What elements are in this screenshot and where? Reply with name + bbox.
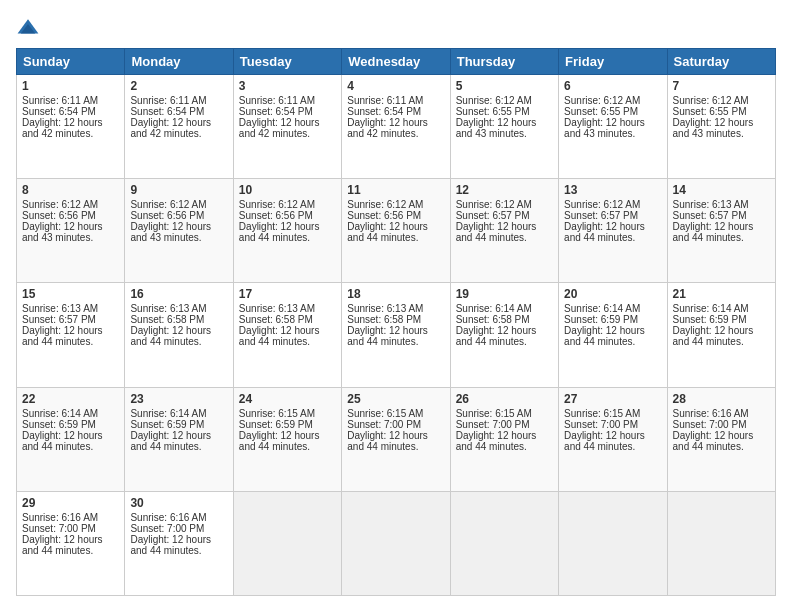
calendar-cell: 2Sunrise: 6:11 AMSunset: 6:54 PMDaylight…: [125, 75, 233, 179]
day-number: 10: [239, 183, 336, 197]
calendar-cell: [667, 491, 775, 595]
day-number: 25: [347, 392, 444, 406]
calendar-cell: 7Sunrise: 6:12 AMSunset: 6:55 PMDaylight…: [667, 75, 775, 179]
day-number: 6: [564, 79, 661, 93]
daylight-minutes: and 44 minutes.: [673, 441, 744, 452]
daylight-minutes: and 44 minutes.: [347, 336, 418, 347]
daylight-hours: Daylight: 12 hours: [673, 117, 754, 128]
sunrise-text: Sunrise: 6:16 AM: [673, 408, 749, 419]
calendar-cell: 1Sunrise: 6:11 AMSunset: 6:54 PMDaylight…: [17, 75, 125, 179]
calendar-cell: 17Sunrise: 6:13 AMSunset: 6:58 PMDayligh…: [233, 283, 341, 387]
calendar-cell: 23Sunrise: 6:14 AMSunset: 6:59 PMDayligh…: [125, 387, 233, 491]
sunrise-text: Sunrise: 6:15 AM: [347, 408, 423, 419]
col-header-sunday: Sunday: [17, 49, 125, 75]
daylight-hours: Daylight: 12 hours: [564, 117, 645, 128]
calendar-cell: 8Sunrise: 6:12 AMSunset: 6:56 PMDaylight…: [17, 179, 125, 283]
daylight-minutes: and 43 minutes.: [456, 128, 527, 139]
day-number: 4: [347, 79, 444, 93]
daylight-minutes: and 44 minutes.: [130, 336, 201, 347]
daylight-minutes: and 44 minutes.: [673, 336, 744, 347]
sunrise-text: Sunrise: 6:15 AM: [564, 408, 640, 419]
calendar-week-2: 8Sunrise: 6:12 AMSunset: 6:56 PMDaylight…: [17, 179, 776, 283]
daylight-hours: Daylight: 12 hours: [347, 430, 428, 441]
daylight-minutes: and 44 minutes.: [22, 336, 93, 347]
daylight-minutes: and 44 minutes.: [456, 232, 527, 243]
day-number: 23: [130, 392, 227, 406]
calendar-cell: [233, 491, 341, 595]
sunrise-text: Sunrise: 6:12 AM: [239, 199, 315, 210]
sunrise-text: Sunrise: 6:16 AM: [130, 512, 206, 523]
day-number: 5: [456, 79, 553, 93]
calendar-cell: 18Sunrise: 6:13 AMSunset: 6:58 PMDayligh…: [342, 283, 450, 387]
daylight-hours: Daylight: 12 hours: [456, 325, 537, 336]
day-number: 26: [456, 392, 553, 406]
daylight-hours: Daylight: 12 hours: [22, 117, 103, 128]
daylight-minutes: and 44 minutes.: [130, 545, 201, 556]
daylight-minutes: and 42 minutes.: [347, 128, 418, 139]
calendar-cell: 14Sunrise: 6:13 AMSunset: 6:57 PMDayligh…: [667, 179, 775, 283]
sunset-text: Sunset: 7:00 PM: [564, 419, 638, 430]
daylight-minutes: and 44 minutes.: [564, 441, 635, 452]
sunset-text: Sunset: 6:55 PM: [456, 106, 530, 117]
col-header-thursday: Thursday: [450, 49, 558, 75]
daylight-minutes: and 44 minutes.: [22, 545, 93, 556]
sunrise-text: Sunrise: 6:14 AM: [130, 408, 206, 419]
daylight-hours: Daylight: 12 hours: [130, 534, 211, 545]
day-number: 21: [673, 287, 770, 301]
calendar-table: SundayMondayTuesdayWednesdayThursdayFrid…: [16, 48, 776, 596]
sunset-text: Sunset: 6:55 PM: [564, 106, 638, 117]
day-number: 9: [130, 183, 227, 197]
sunset-text: Sunset: 6:54 PM: [347, 106, 421, 117]
sunset-text: Sunset: 6:57 PM: [22, 314, 96, 325]
sunrise-text: Sunrise: 6:13 AM: [22, 303, 98, 314]
daylight-hours: Daylight: 12 hours: [22, 430, 103, 441]
daylight-minutes: and 44 minutes.: [347, 232, 418, 243]
header: [16, 16, 776, 40]
calendar-cell: 21Sunrise: 6:14 AMSunset: 6:59 PMDayligh…: [667, 283, 775, 387]
daylight-hours: Daylight: 12 hours: [347, 221, 428, 232]
calendar-cell: 4Sunrise: 6:11 AMSunset: 6:54 PMDaylight…: [342, 75, 450, 179]
day-number: 29: [22, 496, 119, 510]
sunrise-text: Sunrise: 6:14 AM: [564, 303, 640, 314]
daylight-minutes: and 44 minutes.: [239, 232, 310, 243]
sunrise-text: Sunrise: 6:11 AM: [22, 95, 98, 106]
sunset-text: Sunset: 6:59 PM: [130, 419, 204, 430]
sunset-text: Sunset: 6:56 PM: [239, 210, 313, 221]
daylight-hours: Daylight: 12 hours: [456, 117, 537, 128]
calendar-body: 1Sunrise: 6:11 AMSunset: 6:54 PMDaylight…: [17, 75, 776, 596]
day-number: 20: [564, 287, 661, 301]
sunrise-text: Sunrise: 6:15 AM: [456, 408, 532, 419]
daylight-minutes: and 43 minutes.: [22, 232, 93, 243]
daylight-hours: Daylight: 12 hours: [22, 221, 103, 232]
daylight-hours: Daylight: 12 hours: [130, 325, 211, 336]
page: SundayMondayTuesdayWednesdayThursdayFrid…: [0, 0, 792, 612]
sunrise-text: Sunrise: 6:13 AM: [239, 303, 315, 314]
sunrise-text: Sunrise: 6:14 AM: [22, 408, 98, 419]
sunrise-text: Sunrise: 6:15 AM: [239, 408, 315, 419]
sunrise-text: Sunrise: 6:12 AM: [347, 199, 423, 210]
calendar-cell: 30Sunrise: 6:16 AMSunset: 7:00 PMDayligh…: [125, 491, 233, 595]
calendar-cell: 3Sunrise: 6:11 AMSunset: 6:54 PMDaylight…: [233, 75, 341, 179]
sunrise-text: Sunrise: 6:11 AM: [130, 95, 206, 106]
daylight-hours: Daylight: 12 hours: [456, 221, 537, 232]
daylight-hours: Daylight: 12 hours: [239, 117, 320, 128]
day-number: 7: [673, 79, 770, 93]
daylight-minutes: and 44 minutes.: [456, 336, 527, 347]
sunset-text: Sunset: 6:59 PM: [564, 314, 638, 325]
calendar-cell: 27Sunrise: 6:15 AMSunset: 7:00 PMDayligh…: [559, 387, 667, 491]
calendar-cell: [450, 491, 558, 595]
daylight-hours: Daylight: 12 hours: [239, 430, 320, 441]
sunrise-text: Sunrise: 6:12 AM: [130, 199, 206, 210]
sunset-text: Sunset: 6:58 PM: [347, 314, 421, 325]
calendar-cell: 28Sunrise: 6:16 AMSunset: 7:00 PMDayligh…: [667, 387, 775, 491]
sunrise-text: Sunrise: 6:12 AM: [564, 199, 640, 210]
sunset-text: Sunset: 7:00 PM: [347, 419, 421, 430]
sunrise-text: Sunrise: 6:12 AM: [456, 95, 532, 106]
calendar-week-1: 1Sunrise: 6:11 AMSunset: 6:54 PMDaylight…: [17, 75, 776, 179]
day-number: 3: [239, 79, 336, 93]
logo: [16, 16, 44, 40]
daylight-hours: Daylight: 12 hours: [22, 534, 103, 545]
sunrise-text: Sunrise: 6:13 AM: [673, 199, 749, 210]
sunset-text: Sunset: 6:54 PM: [22, 106, 96, 117]
daylight-hours: Daylight: 12 hours: [347, 325, 428, 336]
